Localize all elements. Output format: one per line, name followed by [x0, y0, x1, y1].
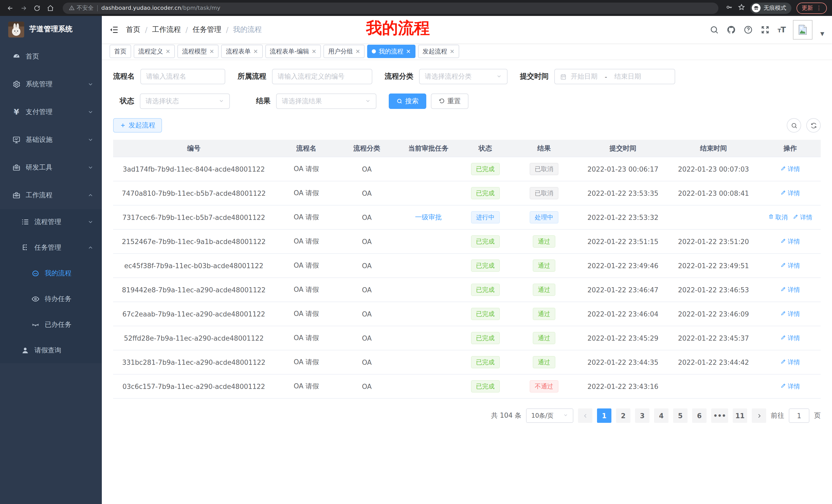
cell-submit-time: 2022-01-22 23:44:35	[579, 358, 667, 366]
tab-首页[interactable]: 首页	[109, 45, 131, 58]
column-header: 流程名	[274, 144, 338, 153]
cell-submit-time: 2022-01-22 23:46:04	[579, 310, 667, 318]
sidebar-item-process-management[interactable]: 流程管理	[0, 209, 102, 235]
sidebar-item-settings[interactable]: 系统管理	[0, 71, 102, 98]
forward-icon[interactable]	[19, 3, 29, 13]
address-bar[interactable]: 不安全 dashboard.yudao.iocoder.cn/bpm/task/…	[63, 2, 718, 13]
key-icon[interactable]	[726, 3, 733, 13]
detail-action-link[interactable]: 详情	[793, 213, 812, 222]
edit-icon	[793, 214, 799, 221]
tab-label: 流程定义	[138, 47, 163, 56]
table-row: 7470a810-7b9b-11ec-b5b7-acde48001122OA 请…	[113, 181, 821, 205]
table-body: 3ad174fb-7b9d-11ec-8404-acde48001122OA 请…	[113, 157, 821, 399]
tab-流程表单-编辑[interactable]: 流程表单-编辑✕	[265, 45, 321, 58]
search-button[interactable]: 搜索	[389, 93, 426, 109]
sidebar-item-workflow[interactable]: 工作流程	[0, 181, 102, 209]
detail-action-link[interactable]: 详情	[781, 358, 800, 367]
detail-action-link[interactable]: 详情	[781, 310, 800, 318]
tab-流程表单[interactable]: 流程表单✕	[222, 45, 262, 58]
breadcrumb-item[interactable]: 首页	[126, 25, 140, 34]
sidebar-item-my-process[interactable]: 我的流程	[0, 260, 102, 286]
goto-page-input[interactable]: 1	[789, 409, 809, 423]
close-icon[interactable]: ✕	[406, 49, 411, 54]
page-button-1[interactable]: 1	[597, 409, 612, 423]
show-search-button[interactable]	[787, 118, 801, 133]
category-select[interactable]: 请选择流程分类	[419, 69, 508, 84]
detail-action-link[interactable]: 详情	[781, 382, 800, 391]
tab-发起流程[interactable]: 发起流程✕	[418, 45, 459, 58]
tab-流程定义[interactable]: 流程定义✕	[134, 45, 175, 58]
home-icon[interactable]	[45, 3, 55, 13]
page-button-3[interactable]: 3	[635, 409, 649, 423]
font-size-icon[interactable]: TT	[778, 25, 785, 34]
cell-process-name: OA 请假	[274, 382, 338, 391]
cancel-action-link[interactable]: 取消	[768, 213, 788, 222]
close-icon[interactable]: ✕	[165, 49, 170, 54]
bookmark-star-icon[interactable]	[738, 3, 745, 13]
page-button-2[interactable]: 2	[616, 409, 630, 423]
sidebar-item-done-task[interactable]: 已办任务	[0, 312, 102, 338]
cell-process-id: 7317cec6-7b9b-11ec-b5b7-acde48001122	[113, 214, 274, 221]
date-range-input[interactable]: 开始日期 - 结束日期	[554, 69, 675, 84]
sidebar-item-todo-task[interactable]: 待办任务	[0, 286, 102, 312]
detail-action-link[interactable]: 详情	[781, 189, 800, 198]
breadcrumb-item[interactable]: 工作流程	[152, 25, 181, 34]
tab-流程模型[interactable]: 流程模型✕	[177, 45, 218, 58]
cell-actions: 详情	[760, 165, 821, 173]
fullscreen-icon[interactable]	[760, 25, 770, 34]
avatar-caret-icon[interactable]: ▼	[821, 31, 824, 36]
sidebar-item-leave-query[interactable]: 请假查询	[0, 338, 102, 363]
sidebar-item-dashboard[interactable]: 首页	[0, 43, 102, 71]
cell-category: OA	[338, 286, 395, 293]
page-button-11[interactable]: 11	[733, 409, 747, 423]
detail-action-link[interactable]: 详情	[781, 285, 800, 294]
sidebar-item-payment[interactable]: ¥支付管理	[0, 98, 102, 126]
browser-menu-icon[interactable]: ⋮	[816, 5, 822, 11]
table-row: 03c6c157-7b9a-11ec-a290-acde48001122OA 请…	[113, 374, 821, 399]
app-logo-row: 芋道管理系统	[0, 16, 102, 43]
page-button-5[interactable]: 5	[673, 409, 687, 423]
close-icon[interactable]: ✕	[253, 49, 258, 54]
page-ellipsis[interactable]: •••	[711, 409, 728, 423]
result-badge: 通过	[533, 284, 555, 296]
search-icon[interactable]	[710, 25, 719, 34]
reset-button[interactable]: 重置	[431, 93, 468, 109]
prev-page-button[interactable]	[578, 409, 592, 423]
next-page-button[interactable]	[752, 409, 766, 423]
start-process-button[interactable]: 发起流程	[113, 118, 162, 133]
sidebar-item-devtools[interactable]: 研发工具	[0, 153, 102, 181]
tab-我的流程[interactable]: 我的流程✕	[367, 45, 415, 58]
incognito-icon	[752, 4, 760, 12]
reload-icon[interactable]	[32, 3, 42, 13]
process-definition-input[interactable]: 请输入流程定义的编号	[272, 69, 372, 84]
detail-action-link[interactable]: 详情	[781, 334, 800, 342]
page-button-6[interactable]: 6	[692, 409, 706, 423]
close-icon[interactable]: ✕	[209, 49, 214, 54]
sidebar-item-task-management[interactable]: 任务管理	[0, 235, 102, 260]
close-icon[interactable]: ✕	[450, 49, 454, 54]
breadcrumb-item[interactable]: 任务管理	[192, 25, 222, 34]
sidebar-collapse-icon[interactable]	[109, 25, 119, 34]
back-icon[interactable]	[5, 3, 16, 13]
github-icon[interactable]	[727, 25, 736, 34]
page-button-4[interactable]: 4	[654, 409, 669, 423]
security-warning[interactable]: 不安全	[69, 4, 94, 12]
update-button[interactable]: 更新 ⋮	[797, 2, 827, 13]
tab-用户分组[interactable]: 用户分组✕	[323, 45, 365, 58]
detail-action-link[interactable]: 详情	[781, 261, 800, 270]
help-icon[interactable]	[744, 25, 753, 34]
result-select[interactable]: 请选择流结果	[276, 93, 376, 109]
process-name-input[interactable]: 请输入流程名	[140, 69, 225, 84]
page-size-select[interactable]: 10条/页	[526, 409, 573, 423]
close-icon[interactable]: ✕	[312, 49, 316, 54]
cell-process-name: OA 请假	[274, 237, 338, 246]
status-select[interactable]: 请选择状态	[140, 93, 230, 109]
close-icon[interactable]: ✕	[355, 49, 360, 54]
task-link[interactable]: 一级审批	[415, 213, 442, 221]
cell-result: 通过	[509, 235, 579, 248]
refresh-list-button[interactable]	[806, 118, 821, 133]
detail-action-link[interactable]: 详情	[781, 237, 800, 246]
avatar[interactable]	[793, 20, 813, 39]
sidebar-item-infrastructure[interactable]: 基础设施	[0, 126, 102, 153]
detail-action-link[interactable]: 详情	[781, 165, 800, 173]
